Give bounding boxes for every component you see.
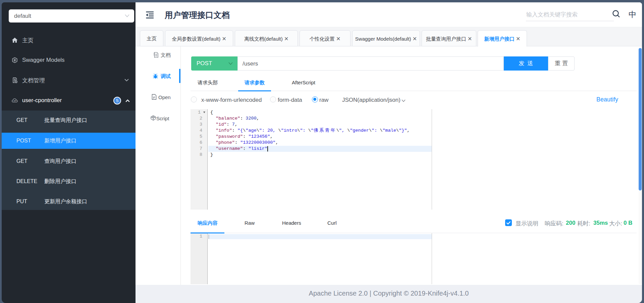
svg-text:API: API: [13, 100, 16, 102]
